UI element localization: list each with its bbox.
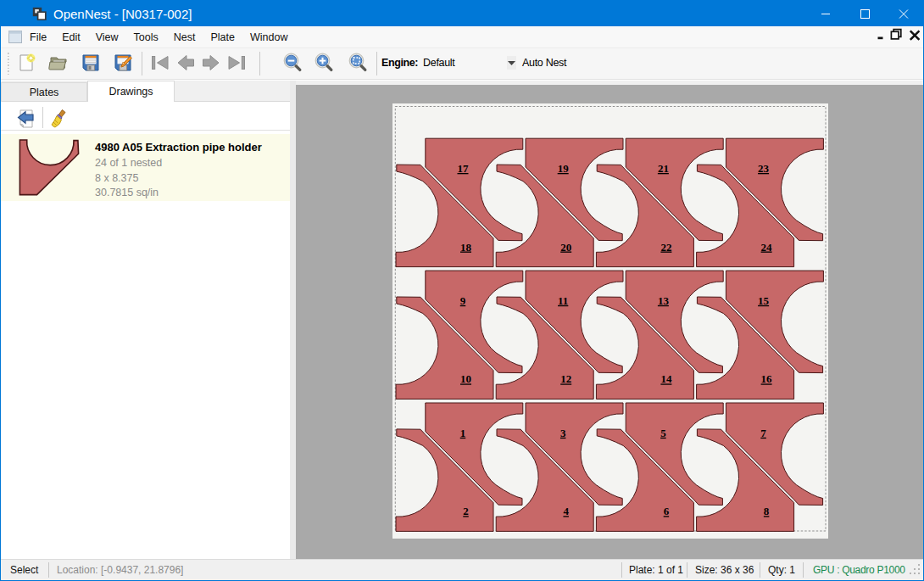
svg-text:22: 22 [660,240,671,253]
svg-text:24: 24 [761,240,773,253]
svg-text:14: 14 [660,372,672,385]
svg-text:8: 8 [764,505,770,517]
svg-text:5: 5 [660,426,666,439]
svg-text:10: 10 [460,372,471,385]
svg-text:17: 17 [458,162,470,175]
svg-text:15: 15 [758,293,770,306]
svg-text:9: 9 [460,293,466,306]
svg-text:21: 21 [658,162,669,175]
svg-text:23: 23 [758,162,770,175]
svg-text:4: 4 [563,505,569,517]
svg-text:6: 6 [664,505,670,517]
svg-text:7: 7 [760,426,766,439]
svg-text:11: 11 [558,293,568,306]
svg-text:3: 3 [560,426,566,439]
svg-text:19: 19 [558,162,570,175]
svg-text:18: 18 [460,240,472,253]
svg-text:1: 1 [460,426,466,439]
svg-text:2: 2 [463,505,469,517]
svg-text:12: 12 [560,372,571,385]
svg-text:20: 20 [560,240,571,253]
svg-text:13: 13 [658,293,670,306]
svg-text:16: 16 [761,372,773,385]
